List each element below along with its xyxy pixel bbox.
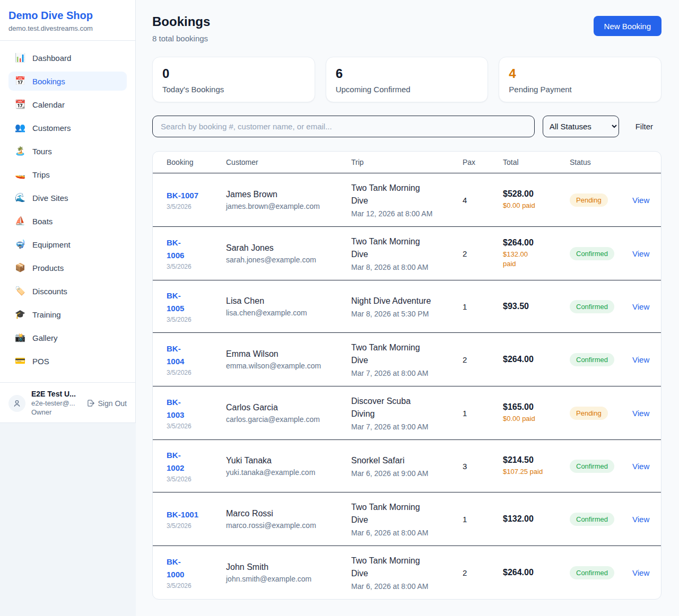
booking-id-link[interactable]: BK- 1005 <box>167 289 226 315</box>
sidebar-item-label: POS <box>32 357 49 366</box>
customer-name: Emma Wilson <box>226 349 351 359</box>
booking-id-link[interactable]: BK- 1006 <box>167 236 226 262</box>
stat-value: 4 <box>509 66 651 81</box>
view-link[interactable]: View <box>632 568 649 577</box>
sidebar-item-discounts[interactable]: 🏷️Discounts <box>8 281 127 301</box>
customer-name: Sarah Jones <box>226 243 351 253</box>
sidebar-item-tours[interactable]: 🏝️Tours <box>8 142 127 161</box>
sidebar-item-trips[interactable]: 🚤Trips <box>8 165 127 184</box>
booking-id-link[interactable]: BK- 1000 <box>167 556 226 581</box>
diving-mask-icon: 🤿 <box>15 240 25 249</box>
trip-cell: Two Tank Morning DiveMar 6, 2026 at 8:00… <box>351 555 463 591</box>
total-amount: $93.50 <box>503 302 570 311</box>
sidebar-item-gallery[interactable]: 📸Gallery <box>8 328 127 347</box>
booking-cell: BK-10073/5/2026 <box>167 189 226 210</box>
calendar-icon: 📅 <box>15 77 25 85</box>
booking-id-link[interactable]: BK- 1004 <box>167 342 226 368</box>
booking-id-link[interactable]: BK- 1002 <box>167 449 226 474</box>
page-subtitle: 8 total bookings <box>152 34 210 43</box>
view-link[interactable]: View <box>632 462 649 471</box>
customer-cell: Marco Rossimarco.rossi@example.com <box>226 509 351 530</box>
view-link[interactable]: View <box>632 355 649 364</box>
customer-email: yuki.tanaka@example.com <box>226 468 351 477</box>
sidebar-item-bookings[interactable]: 📅Bookings <box>8 72 127 91</box>
status-badge: Confirmed <box>570 566 614 579</box>
sidebar-item-label: Equipment <box>32 240 71 249</box>
sidebar-item-label: Calendar <box>32 100 65 109</box>
sidebar-item-products[interactable]: 📦Products <box>8 258 127 277</box>
booking-date: 3/5/2026 <box>167 263 226 270</box>
user-role: Owner <box>31 408 81 417</box>
view-link[interactable]: View <box>632 302 649 311</box>
total-amount: $528.00 <box>503 189 570 199</box>
trip-date: Mar 6, 2026 at 8:00 AM <box>351 529 463 537</box>
booking-id-link[interactable]: BK- 1003 <box>167 396 226 421</box>
total-cell: $264.00 <box>503 355 570 364</box>
customer-email: marco.rossi@example.com <box>226 521 351 530</box>
stat-card-upcoming-confirmed: 6Upcoming Confirmed <box>326 57 489 102</box>
customer-cell: Lisa Chenlisa.chen@example.com <box>226 296 351 317</box>
pax-value: 2 <box>463 249 503 258</box>
trip-name: Two Tank Morning Dive <box>351 501 463 526</box>
paid-amount: $0.00 paid <box>503 414 570 424</box>
sidebar-item-dive-sites[interactable]: 🌊Dive Sites <box>8 188 127 207</box>
trip-cell: Two Tank Morning DiveMar 12, 2026 at 8:0… <box>351 182 463 218</box>
trip-name: Two Tank Morning Dive <box>351 182 463 207</box>
app-window: Demo Dive Shop demo.test.divestreams.com… <box>0 0 679 616</box>
booking-date: 3/5/2026 <box>167 476 226 483</box>
customer-name: Carlos Garcia <box>226 403 351 412</box>
sidebar-item-customers[interactable]: 👥Customers <box>8 118 127 137</box>
stat-card-today-s-bookings: 0Today's Bookings <box>152 57 315 102</box>
customer-cell: Sarah Jonessarah.jones@example.com <box>226 243 351 264</box>
sidebar-item-dashboard[interactable]: 📊Dashboard <box>8 48 127 67</box>
stat-value: 0 <box>162 66 305 81</box>
credit-card-icon: 💳 <box>15 357 25 365</box>
trip-cell: Two Tank Morning DiveMar 8, 2026 at 8:00… <box>351 235 463 271</box>
user-name: E2E Test U... <box>31 390 81 398</box>
view-link[interactable]: View <box>632 515 649 524</box>
paid-amount: $132.00 paid <box>503 250 570 269</box>
pax-value: 2 <box>463 355 503 364</box>
total-cell: $132.00 <box>503 514 570 524</box>
sidebar-item-equipment[interactable]: 🤿Equipment <box>8 235 127 254</box>
sidebar-item-boats[interactable]: ⛵Boats <box>8 212 127 231</box>
booking-id-link[interactable]: BK-1001 <box>167 508 226 521</box>
trip-name: Discover Scuba Diving <box>351 395 463 420</box>
sidebar-item-pos[interactable]: 💳POS <box>8 351 127 371</box>
user-email: e2e-tester@... <box>31 399 81 408</box>
stat-value: 6 <box>336 66 478 81</box>
filter-button[interactable]: Filter <box>627 122 661 131</box>
sidebar-item-calendar[interactable]: 📆Calendar <box>8 95 127 114</box>
island-icon: 🏝️ <box>15 147 25 155</box>
booking-date: 3/5/2026 <box>167 316 226 323</box>
sidebar-item-training[interactable]: 🎓Training <box>8 305 127 324</box>
view-link[interactable]: View <box>632 409 649 418</box>
booking-date: 3/5/2026 <box>167 203 226 210</box>
new-booking-button[interactable]: New Booking <box>594 16 661 36</box>
search-input[interactable] <box>152 116 535 137</box>
sidebar-item-label: Boats <box>32 217 53 226</box>
status-select[interactable]: All Statuses <box>543 116 619 137</box>
view-link[interactable]: View <box>632 249 649 258</box>
status-badge: Confirmed <box>570 247 614 260</box>
sign-out-icon <box>87 399 95 407</box>
stat-label: Today's Bookings <box>162 85 305 94</box>
sign-out-label: Sign Out <box>98 399 127 408</box>
booking-date: 3/5/2026 <box>167 369 226 376</box>
booking-cell: BK- 10003/5/2026 <box>167 556 226 589</box>
user-meta: E2E Test U... e2e-tester@... Owner <box>31 390 81 417</box>
column-header-booking: Booking <box>167 158 226 166</box>
wave-icon: 🌊 <box>15 193 25 202</box>
view-link[interactable]: View <box>632 196 649 205</box>
booking-date: 3/5/2026 <box>167 522 226 530</box>
table-row: BK- 10023/5/2026Yuki Tanakayuki.tanaka@e… <box>153 439 661 492</box>
booking-cell: BK- 10063/5/2026 <box>167 236 226 270</box>
sign-out-button[interactable]: Sign Out <box>87 399 127 408</box>
sidebar-item-label: Products <box>32 263 64 272</box>
user-avatar-icon <box>13 399 21 408</box>
total-cell: $264.00 <box>503 568 570 577</box>
booking-id-link[interactable]: BK-1007 <box>167 189 226 202</box>
filters-row: All Statuses Filter <box>152 116 661 137</box>
trip-cell: Two Tank Morning DiveMar 6, 2026 at 8:00… <box>351 501 463 537</box>
customer-email: sarah.jones@example.com <box>226 256 351 264</box>
